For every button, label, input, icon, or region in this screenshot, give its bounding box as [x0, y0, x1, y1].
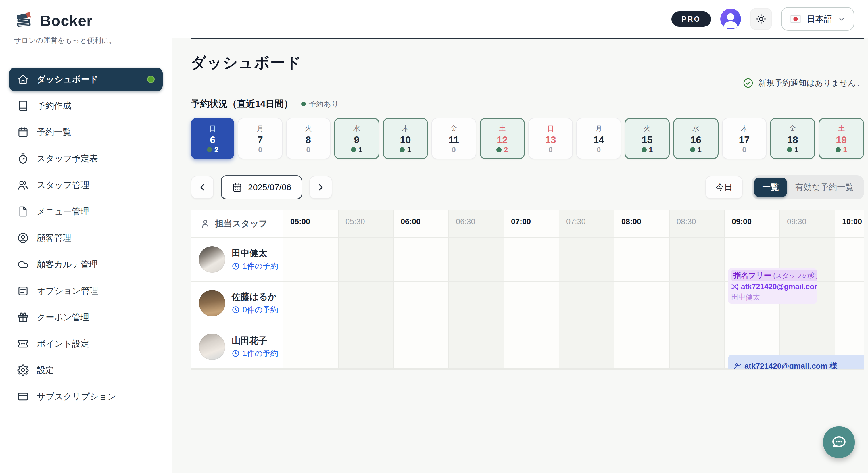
sidebar-item-point-settings[interactable]: ポイント設定 — [9, 332, 163, 355]
day-card[interactable]: 月140 — [576, 118, 621, 159]
user-circle-icon — [17, 232, 29, 244]
day-card[interactable]: 土122 — [480, 118, 525, 159]
time-header: 06:30 — [448, 210, 503, 238]
person-silhouette-icon — [720, 9, 741, 29]
time-slot — [559, 238, 614, 281]
staff-reservation-link[interactable]: 1件の予約 — [232, 261, 278, 271]
next-day-button[interactable] — [309, 176, 332, 199]
app-root: Bocker サロンの運営をもっと便利に。 ダッシュボード 予約作成 予約一覧 … — [0, 0, 868, 473]
day-card[interactable]: 日62 — [191, 118, 234, 159]
today-button[interactable]: 今日 — [705, 176, 743, 199]
reservation-dot-icon — [496, 147, 501, 152]
availability-title: 予約状況（直近14日間） — [191, 98, 293, 111]
chevron-left-icon — [198, 183, 207, 192]
time-slot — [503, 238, 559, 281]
timer-icon — [17, 153, 29, 164]
staff-header-label: 担当スタッフ — [215, 218, 268, 230]
schedule-table: 担当スタッフ 05:00 05:30 06:00 06:30 07:00 07:… — [191, 210, 864, 370]
prev-day-button[interactable] — [191, 176, 214, 199]
user-avatar[interactable] — [720, 9, 741, 29]
sidebar-item-label: 顧客カルテ管理 — [37, 259, 98, 271]
view-option-active-reservations[interactable]: 有効な予約一覧 — [787, 178, 862, 197]
appointment-free-nomination[interactable]: 指名フリー (スタッフの変更 atk721420@gmail.com 田中健太 — [728, 268, 817, 304]
sidebar-item-dashboard[interactable]: ダッシュボード — [9, 67, 163, 91]
day-card[interactable]: 木101 — [383, 118, 428, 159]
appointment-title: 指名フリー — [734, 271, 771, 280]
online-status-dot — [147, 75, 155, 83]
sidebar-item-create-reservation[interactable]: 予約作成 — [9, 94, 163, 118]
sidebar-item-customer-records[interactable]: 顧客カルテ管理 — [9, 253, 163, 276]
time-slot — [614, 282, 669, 325]
time-header: 07:00 — [503, 210, 559, 238]
time-header: 08:30 — [669, 210, 724, 238]
shuffle-icon — [731, 283, 739, 290]
chevron-right-icon — [316, 183, 326, 192]
time-slot — [393, 238, 448, 281]
time-slot — [614, 238, 669, 281]
sidebar-nav: ダッシュボード 予約作成 予約一覧 スタッフ予定表 スタッフ管理 メニュ — [9, 67, 163, 408]
day-card[interactable]: 月70 — [238, 118, 282, 159]
time-header: 09:00 — [724, 210, 779, 238]
time-slot — [338, 238, 393, 281]
dashboard-content: ダッシュボード 新規予約通知はありません。 予約状況（直近14日間） 予約あり … — [173, 39, 868, 473]
sidebar-item-label: 設定 — [37, 365, 54, 376]
view-option-list[interactable]: 一覧 — [754, 178, 787, 197]
clock-icon — [232, 306, 240, 314]
chat-support-button[interactable] — [823, 427, 855, 458]
selected-date: 2025/07/06 — [248, 183, 291, 192]
time-header: 05:00 — [283, 210, 338, 238]
time-header: 05:30 — [338, 210, 393, 238]
day-card[interactable]: 金181 — [770, 118, 815, 159]
day-card[interactable]: 火80 — [286, 118, 331, 159]
person-icon — [200, 218, 210, 229]
sidebar-item-settings[interactable]: 設定 — [9, 358, 163, 382]
sidebar-item-staff-management[interactable]: スタッフ管理 — [9, 173, 163, 197]
sidebar-item-label: ポイント設定 — [37, 338, 89, 350]
sidebar-item-customer-management[interactable]: 顧客管理 — [9, 226, 163, 250]
language-select[interactable]: 日本語 — [781, 7, 854, 31]
staff-reservation-link[interactable]: 0件の予約 — [232, 305, 278, 315]
staff-name: 山田花子 — [232, 335, 278, 346]
notification-banner: 新規予約通知はありません。 — [743, 77, 864, 89]
reservation-dot-icon — [351, 147, 356, 152]
reservation-dot-icon — [207, 147, 212, 152]
books-logo-icon — [14, 10, 34, 31]
staff-avatar — [199, 246, 225, 273]
day-card[interactable]: 土191 — [818, 118, 864, 159]
sidebar-item-staff-schedule[interactable]: スタッフ予定表 — [9, 147, 163, 170]
time-header: 06:00 — [393, 210, 448, 238]
staff-name: 佐藤はるか — [232, 291, 278, 303]
day-card[interactable]: 金110 — [431, 118, 476, 159]
pro-badge: PRO — [672, 11, 711, 27]
time-slot — [338, 282, 393, 325]
home-icon — [17, 73, 29, 85]
time-slot — [448, 238, 503, 281]
day-card[interactable]: 火151 — [625, 118, 670, 159]
time-slot — [393, 325, 448, 369]
staff-avatar — [199, 334, 225, 360]
sidebar-item-subscription[interactable]: サブスクリプション — [9, 385, 163, 408]
day-card[interactable]: 日130 — [528, 118, 573, 159]
reservation-dot-icon — [836, 147, 841, 152]
day-card[interactable]: 水91 — [334, 118, 379, 159]
brand-logo[interactable]: Bocker — [9, 9, 163, 31]
appointment-note: (スタッフの変更 — [773, 272, 817, 279]
sidebar-item-menu-management[interactable]: メニュー管理 — [9, 200, 163, 223]
sidebar-item-option-management[interactable]: オプション管理 — [9, 279, 163, 303]
appointment-booked[interactable]: atk721420@gmail.com 様 09:00~12:00 山田花子 — [728, 355, 864, 370]
time-slot — [338, 325, 393, 369]
staff-reservation-link[interactable]: 1件の予約 — [232, 348, 278, 359]
time-slot — [669, 238, 724, 281]
day-card[interactable]: 木170 — [722, 118, 767, 159]
date-picker-button[interactable]: 2025/07/06 — [221, 175, 302, 199]
credit-card-icon — [17, 391, 29, 402]
sun-icon — [755, 13, 767, 25]
sidebar-item-coupon-management[interactable]: クーポン管理 — [9, 306, 163, 329]
day-card[interactable]: 水161 — [673, 118, 718, 159]
page-title: ダッシュボード — [191, 53, 302, 73]
time-slot — [669, 282, 724, 325]
theme-toggle-button[interactable] — [750, 8, 772, 30]
sidebar-item-reservation-list[interactable]: 予約一覧 — [9, 120, 163, 144]
gear-icon — [17, 365, 29, 376]
appointment-customer: atk721420@gmail.com — [741, 282, 817, 291]
